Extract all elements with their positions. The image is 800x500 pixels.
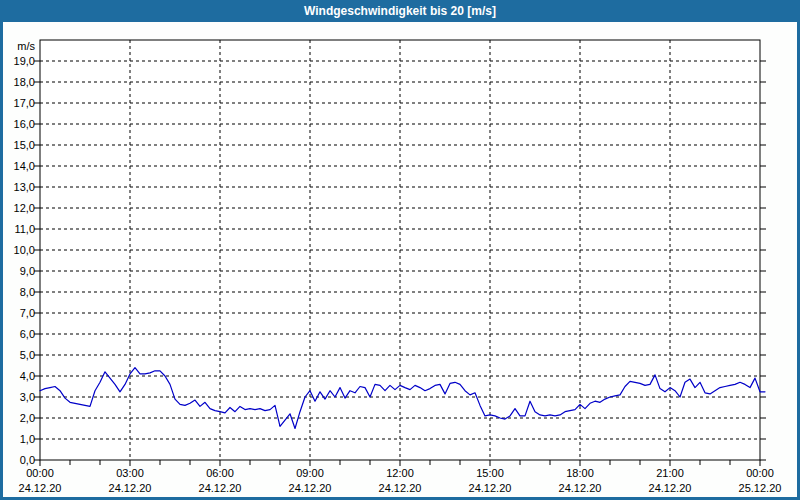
- wind-speed-chart: 0,01,02,03,04,05,06,07,08,09,010,011,012…: [0, 22, 800, 500]
- y-tick-label: 5,0: [20, 349, 35, 361]
- x-tick-time-label: 15:00: [476, 467, 504, 479]
- y-tick-label: 14,0: [14, 160, 35, 172]
- y-tick-label: 3,0: [20, 391, 35, 403]
- y-tick-label: 7,0: [20, 307, 35, 319]
- y-tick-label: 2,0: [20, 412, 35, 424]
- x-tick-time-label: 12:00: [386, 467, 414, 479]
- y-tick-label: 18,0: [14, 76, 35, 88]
- y-axis-unit-label: m/s: [17, 40, 35, 52]
- window-frame: Windgeschwindigkeit bis 20 [m/s] 0,01,02…: [0, 0, 800, 500]
- x-tick-date-label: 24.12.20: [559, 482, 602, 494]
- x-tick-time-label: 06:00: [206, 467, 234, 479]
- y-tick-label: 16,0: [14, 118, 35, 130]
- y-tick-label: 1,0: [20, 433, 35, 445]
- x-axis-labels: 00:0024.12.2003:0024.12.2006:0024.12.200…: [19, 467, 782, 494]
- y-tick-label: 4,0: [20, 370, 35, 382]
- y-tick-label: 12,0: [14, 202, 35, 214]
- x-tick-date-label: 25.12.20: [739, 482, 782, 494]
- y-tick-label: 15,0: [14, 139, 35, 151]
- chart-title: Windgeschwindigkeit bis 20 [m/s]: [304, 4, 496, 18]
- x-tick-time-label: 00:00: [26, 467, 54, 479]
- x-tick-date-label: 24.12.20: [199, 482, 242, 494]
- y-tick-label: 13,0: [14, 181, 35, 193]
- x-tick-time-label: 03:00: [116, 467, 144, 479]
- y-tick-label: 0,0: [20, 454, 35, 466]
- x-tick-date-label: 24.12.20: [379, 482, 422, 494]
- x-tick-time-label: 00:00: [746, 467, 774, 479]
- title-bar: Windgeschwindigkeit bis 20 [m/s]: [0, 0, 800, 22]
- x-tick-date-label: 24.12.20: [109, 482, 152, 494]
- window-border-left: [0, 22, 3, 500]
- y-tick-label: 6,0: [20, 328, 35, 340]
- y-axis-labels: 0,01,02,03,04,05,06,07,08,09,010,011,012…: [14, 55, 35, 466]
- x-tick-time-label: 21:00: [656, 467, 684, 479]
- y-tick-label: 9,0: [20, 265, 35, 277]
- x-tick-time-label: 18:00: [566, 467, 594, 479]
- x-tick-date-label: 24.12.20: [19, 482, 62, 494]
- x-tick-time-label: 09:00: [296, 467, 324, 479]
- y-tick-label: 11,0: [14, 223, 35, 235]
- x-tick-date-label: 24.12.20: [289, 482, 332, 494]
- y-tick-label: 17,0: [14, 97, 35, 109]
- y-tick-label: 19,0: [14, 55, 35, 67]
- y-tick-label: 8,0: [20, 286, 35, 298]
- x-tick-date-label: 24.12.20: [469, 482, 512, 494]
- x-tick-date-label: 24.12.20: [649, 482, 692, 494]
- y-tick-label: 10,0: [14, 244, 35, 256]
